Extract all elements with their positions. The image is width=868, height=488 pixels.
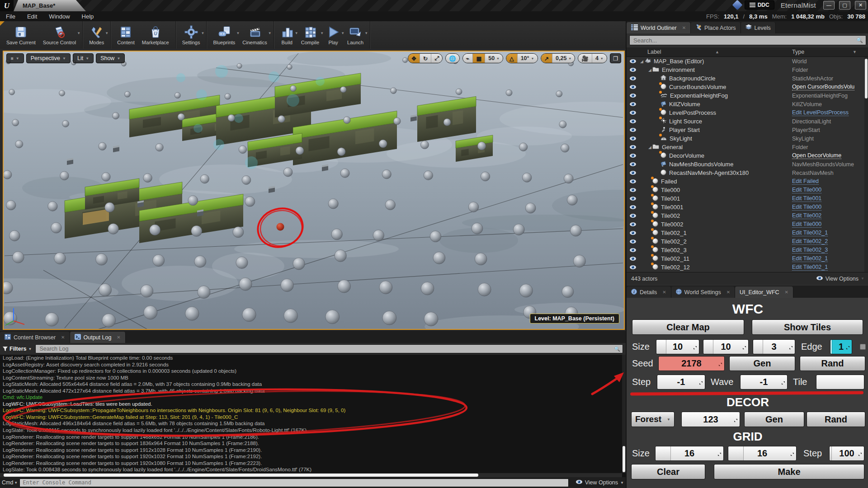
actor-label[interactable]: Tile002_2 — [661, 238, 687, 245]
outliner-row[interactable]: Tile002_11Edit Tile002_1 — [627, 254, 865, 263]
visibility-eye-icon[interactable] — [627, 188, 639, 192]
filters-button[interactable]: Filters▼ — [3, 346, 32, 352]
actor-label[interactable]: Environment — [662, 66, 695, 73]
wfc-rand-button[interactable]: Rand — [800, 356, 865, 371]
log-vertical-scrollbar[interactable] — [622, 355, 626, 473]
actor-label[interactable]: MAP_Base (Editor) — [654, 58, 704, 65]
show-tiles-button[interactable]: Show Tiles — [752, 319, 863, 335]
visibility-eye-icon[interactable] — [627, 248, 639, 253]
close-icon[interactable]: ✕ — [662, 290, 666, 295]
log-tab-content-browser[interactable]: Content Browser✕ — [0, 332, 70, 343]
camera-speed-icon[interactable]: 🎥 — [578, 54, 592, 63]
grid-step-spinbox[interactable]: 100 — [829, 446, 864, 461]
source-control-button[interactable]: Source Control▼ — [39, 21, 80, 49]
outliner-row[interactable]: ◢MAP_Base (Editor)World — [627, 57, 865, 66]
rotation-snap-icon[interactable]: △ — [506, 54, 518, 63]
visibility-eye-icon[interactable] — [627, 119, 639, 124]
grid-snap-icon[interactable]: ▦ — [473, 54, 485, 63]
outliner-row[interactable]: Tile0002Edit Tile000 — [627, 220, 865, 229]
outliner-row[interactable]: Tile002_2Edit Tile002_2 — [627, 237, 865, 246]
log-lines[interactable]: LogLoad: (Engine Initialization) Total B… — [0, 355, 622, 473]
outliner-view-options-button[interactable]: View Options▼ — [816, 276, 864, 282]
actor-label[interactable]: Tile001 — [661, 195, 680, 202]
visibility-eye-icon[interactable] — [627, 213, 639, 218]
outliner-row[interactable]: BackgroundCircleStaticMeshActor — [627, 74, 865, 83]
viewport-scene[interactable] — [4, 52, 624, 329]
outliner-search-box[interactable]: 🔍 — [629, 35, 866, 45]
edge-checkbox[interactable] — [860, 344, 866, 350]
expand-arrow-icon[interactable]: ◢ — [647, 68, 652, 72]
modes-button[interactable]: Modes▼ — [85, 21, 108, 49]
chevron-down-icon[interactable]: ▼ — [77, 31, 80, 35]
outliner-row[interactable]: ◢GeneralFolder — [627, 143, 865, 151]
actor-label[interactable]: Tile002_11 — [661, 255, 689, 262]
show-flags-button[interactable]: Show▼ — [96, 53, 125, 63]
outliner-row[interactable]: CursorBoundsVolumeOpen CursorBoundsVolu — [627, 83, 865, 91]
close-icon[interactable]: ✕ — [682, 25, 686, 30]
grid-snap-value[interactable]: 50▼ — [485, 54, 503, 63]
seed-spinbox[interactable]: 2178 — [658, 356, 725, 371]
grid-clear-button[interactable]: Clear — [631, 464, 705, 479]
actor-label[interactable]: NavMeshBoundsVolume — [669, 161, 733, 168]
visibility-eye-icon[interactable] — [627, 256, 639, 261]
outliner-row[interactable]: FailedEdit Failed — [627, 177, 865, 186]
visibility-eye-icon[interactable] — [627, 196, 639, 201]
outliner-row[interactable]: DecorVolumeOpen DecorVolume — [627, 151, 865, 160]
chevron-down-icon[interactable]: ▼ — [105, 31, 108, 35]
outliner-row[interactable]: Tile001Edit Tile001 — [627, 194, 865, 203]
actor-label[interactable]: Tile002_1 — [661, 230, 687, 236]
outliner-row[interactable]: Tile0001Edit Tile000 — [627, 203, 865, 211]
move-tool-button[interactable]: ✥ — [408, 54, 420, 63]
camera-speed-value[interactable]: 4▼ — [592, 54, 607, 63]
marketplace-button[interactable]: U Marketplace — [138, 21, 173, 49]
size-x-spinbox[interactable]: 10 — [656, 339, 699, 354]
build-button[interactable]: Build▼ — [277, 21, 297, 49]
outliner-search-input[interactable] — [630, 37, 854, 44]
visibility-eye-icon[interactable] — [627, 76, 639, 81]
details-tab-ui-editor-wfc[interactable]: UI_Editor_WFC✕ — [735, 286, 793, 298]
actor-label[interactable]: Failed — [661, 178, 677, 185]
log-horizontal-scrollbar[interactable] — [0, 473, 622, 477]
expand-arrow-icon[interactable]: ◢ — [639, 59, 644, 64]
launch-button[interactable]: Launch▼ — [344, 21, 367, 49]
actor-type[interactable]: Edit Tile002_1 — [792, 230, 828, 236]
actor-type[interactable]: Edit Tile002 — [792, 212, 821, 219]
close-icon[interactable]: ✕ — [117, 335, 120, 340]
rotation-snap-value[interactable]: 10°▼ — [518, 54, 538, 63]
visibility-eye-icon[interactable] — [627, 59, 639, 64]
visibility-eye-icon[interactable] — [627, 93, 639, 98]
details-tab-world-settings[interactable]: World Settings✕ — [671, 286, 735, 298]
menu-window[interactable]: Window — [43, 13, 75, 20]
actor-type[interactable]: Edit Tile002_2 — [792, 238, 828, 245]
outliner-row[interactable]: LevelPostProcessEdit LevelPostProcess — [627, 108, 865, 117]
settings-button[interactable]: Settings▼ — [179, 21, 204, 49]
decor-seed-spinbox[interactable]: 123 — [681, 412, 740, 427]
close-icon[interactable]: ✕ — [61, 335, 65, 340]
log-tab-output-log[interactable]: Output Log✕ — [70, 332, 126, 343]
outliner-tab-place-actors[interactable]: Place Actors — [691, 22, 741, 33]
actor-label[interactable]: Tile002_12 — [661, 264, 690, 271]
level-viewport[interactable]: ≡▼ Perspective▼ Lit▼ Show▼ ✥ ↻ ⤢ 🌐 ⌁ ▦ 5… — [3, 51, 625, 330]
minimize-button[interactable]: — — [823, 1, 835, 9]
visibility-eye-icon[interactable] — [627, 145, 639, 150]
size-z-spinbox[interactable]: 3 — [753, 339, 795, 354]
actor-label[interactable]: LevelPostProcess — [669, 109, 716, 116]
lit-mode-button[interactable]: Lit▼ — [73, 53, 94, 63]
actor-type[interactable]: Edit Tile002_1 — [792, 255, 828, 262]
outliner-row[interactable]: Light SourceDirectionalLight — [627, 117, 865, 126]
grid-size-y-spinbox[interactable]: 16 — [728, 446, 797, 461]
world-local-toggle-button[interactable]: 🌐 — [446, 54, 459, 63]
step-spinbox[interactable]: -1 — [657, 375, 705, 389]
decor-rand-button[interactable]: Rand — [807, 412, 865, 427]
actor-label[interactable]: ExponentialHeightFog — [670, 92, 728, 99]
actor-type[interactable]: Edit Tile002_1 — [792, 264, 828, 271]
restore-button[interactable]: ▢ — [839, 1, 850, 9]
actor-type[interactable]: Edit Tile000 — [792, 187, 821, 193]
log-search-box[interactable]: 🔍 — [35, 344, 623, 353]
play-button[interactable]: Play▼ — [323, 21, 344, 49]
actor-label[interactable]: General — [662, 144, 683, 150]
visibility-eye-icon[interactable] — [627, 67, 639, 72]
visibility-eye-icon[interactable] — [627, 239, 639, 244]
blueprints-button[interactable]: Blueprints▼ — [209, 21, 239, 49]
outliner-row[interactable]: Tile002_3Edit Tile002_3 — [627, 246, 865, 254]
